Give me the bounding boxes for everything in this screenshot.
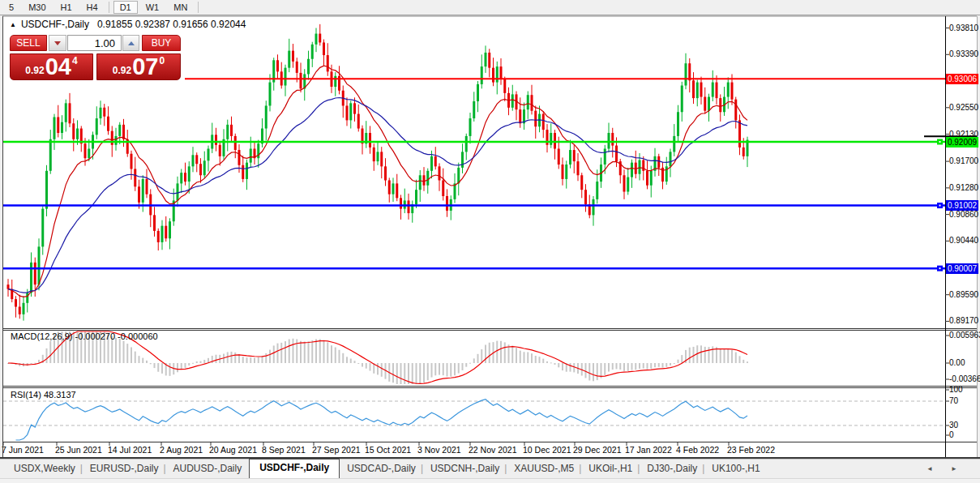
collapse-triangle-icon[interactable]: ▲ <box>10 21 16 28</box>
sell-price-main: 04 <box>45 53 71 80</box>
date-axis-label: 7 Jun 2021 <box>2 445 44 455</box>
timeframe-button-d1[interactable]: D1 <box>113 1 138 14</box>
price-level-badge: 0.90007 <box>946 263 978 274</box>
symbol-tab-eurusd-daily[interactable]: EURUSD-,Daily <box>83 459 166 478</box>
volume-increase-button[interactable] <box>122 35 139 51</box>
timeframe-button-m30[interactable]: M30 <box>22 1 52 14</box>
buy-price-box[interactable]: 0.92 07 0 <box>96 53 181 80</box>
symbol-tab-bar: USDX,WeeklyEURUSD-,DailyAUDUSD-,DailyUSD… <box>0 459 980 478</box>
price-axis-label: 0.91280 <box>949 183 978 192</box>
macd-axis-label: 0.00 <box>949 358 965 367</box>
sell-price-box[interactable]: 0.92 04 4 <box>10 53 93 80</box>
price-level-badge: 0.91002 <box>946 200 978 211</box>
date-axis-label: 15 Oct 2021 <box>365 445 411 455</box>
toolbar-separator <box>198 2 199 13</box>
date-axis-label: 14 Jul 2021 <box>108 445 152 455</box>
toolbar-separator <box>109 2 109 13</box>
sell-button[interactable]: SELL <box>10 35 47 51</box>
date-axis-label: 23 Feb 2022 <box>727 445 775 455</box>
buy-price-prefix: 0.92 <box>113 65 131 76</box>
buy-price-pip: 0 <box>159 55 165 66</box>
rsi-axis-label: 70 <box>949 396 958 405</box>
price-axis-label: 0.91700 <box>949 156 978 165</box>
chart-symbol-label: USDCHF-,Daily <box>21 19 89 30</box>
symbol-tab-usdcad-daily[interactable]: USDCAD-,Daily <box>340 459 423 478</box>
spinner-down-icon <box>54 41 61 45</box>
timeframe-button-mn[interactable]: MN <box>167 1 194 14</box>
volume-decrease-button[interactable] <box>49 35 66 51</box>
timeframe-button-5[interactable]: 5 <box>2 1 20 14</box>
date-axis-label: 25 Jun 2021 <box>55 445 102 455</box>
price-axis-label: 0.90860 <box>949 210 978 219</box>
symbol-tab-ukoil-h1[interactable]: UKOil-,H1 <box>581 459 640 478</box>
symbol-tab-uk100-h1[interactable]: UK100-,H1 <box>704 459 767 478</box>
timeframe-button-w1[interactable]: W1 <box>139 1 166 14</box>
macd-indicator-label: MACD(12,26,9) -0.000270 -0.000060 <box>11 331 158 341</box>
price-axis-label: 0.93810 <box>949 24 978 32</box>
symbol-tab-dj30-daily[interactable]: DJ30-,Daily <box>640 459 704 478</box>
date-axis-label: 27 Sep 2021 <box>312 445 361 455</box>
date-axis-label: 22 Nov 2021 <box>469 445 517 455</box>
chart-title: ▲USDCHF-,Daily0.91855 0.92387 0.91656 0.… <box>10 19 246 30</box>
date-axis-label: 3 Nov 2021 <box>417 445 461 455</box>
price-level-badge: 0.92009 <box>946 137 978 147</box>
symbol-tab-usdchf-daily[interactable]: USDCHF-,Daily <box>249 459 340 478</box>
date-axis-label: 17 Jan 2022 <box>625 445 672 455</box>
price-axis-label: 0.90440 <box>949 236 978 245</box>
date-axis-label: 8 Sep 2021 <box>262 445 306 455</box>
macd-axis-label: 0.005963 <box>949 331 980 340</box>
date-axis-label: 10 Dec 2021 <box>523 445 571 455</box>
symbol-tab-usdcnh-daily[interactable]: USDCNH-,Daily <box>423 459 507 478</box>
symbol-tab-xauusd-m5[interactable]: XAUUSD-,M5 <box>507 459 581 478</box>
price-axis-label: 0.89590 <box>949 290 978 299</box>
chart-ohlc-values: 0.91855 0.92387 0.91656 0.92044 <box>97 19 246 30</box>
price-axis-label: 0.93390 <box>949 49 978 58</box>
date-axis-label: 2 Aug 2021 <box>160 445 203 455</box>
symbol-tab-usdx-weekly[interactable]: USDX,Weekly <box>6 459 83 478</box>
price-level-badge: 0.93006 <box>946 74 978 84</box>
symbol-tab-audusd-daily[interactable]: AUDUSD-,Daily <box>165 459 249 478</box>
rsi-axis-label: 30 <box>949 421 958 430</box>
date-axis-label: 29 Dec 2021 <box>573 445 622 455</box>
status-strip <box>0 478 980 483</box>
buy-button[interactable]: BUY <box>142 35 181 51</box>
price-axis-label: 0.89170 <box>949 316 978 325</box>
date-axis-label: 4 Feb 2022 <box>676 445 719 455</box>
rsi-indicator-label: RSI(14) 48.3137 <box>11 390 76 400</box>
macd-axis-label: -0.003664 <box>949 374 980 383</box>
volume-input[interactable] <box>67 35 122 51</box>
rsi-axis-label: 100 <box>949 385 963 394</box>
timeframe-toolbar: 5M30H1H4D1W1MN <box>0 0 980 15</box>
price-axis-label: 0.92550 <box>949 103 978 112</box>
buy-price-main: 07 <box>132 53 158 80</box>
rsi-axis-label: 0 <box>949 430 954 439</box>
timeframe-button-h4[interactable]: H4 <box>80 1 105 14</box>
timeframe-button-h1[interactable]: H1 <box>54 1 79 14</box>
sell-price-pip: 4 <box>72 55 78 66</box>
sell-price-prefix: 0.92 <box>25 65 44 76</box>
tab-scroll-arrows[interactable]: ◄ ► <box>927 465 965 472</box>
spinner-up-icon <box>128 41 135 45</box>
trading-terminal-window: 5M30H1H4D1W1MN ▲USDCHF-,Daily0.91855 0.9… <box>0 0 980 483</box>
date-axis-label: 20 Aug 2021 <box>209 445 257 455</box>
